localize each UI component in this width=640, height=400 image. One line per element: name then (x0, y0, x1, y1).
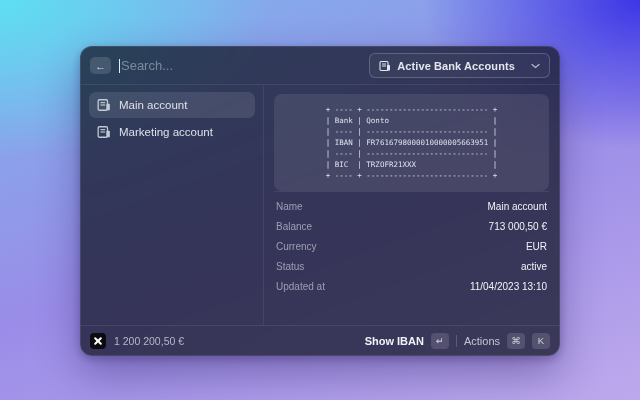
dropdown-selected-value: Active Bank Accounts (397, 60, 515, 72)
main-content: Main account Marketing account (81, 85, 559, 325)
metadata-row: Balance 713 000,50 € (274, 216, 549, 236)
metadata-row: Currency EUR (274, 236, 549, 256)
metadata-value: 713 000,50 € (489, 221, 547, 232)
account-item-label: Main account (119, 99, 187, 111)
metadata-label: Balance (276, 221, 312, 232)
bank-icon (379, 60, 391, 72)
account-item-label: Marketing account (119, 126, 213, 138)
metadata-row: Name Main account (274, 196, 549, 216)
bank-icon (97, 125, 111, 139)
footer-actions: Show IBAN ↵ Actions ⌘ K (365, 333, 550, 349)
command-palette-window: ← Active Bank Accounts (80, 46, 560, 356)
enter-key-icon: ↵ (431, 333, 449, 349)
metadata-label: Updated at (276, 281, 325, 292)
actions-label: Actions (464, 335, 500, 347)
text-caret (119, 59, 120, 73)
account-list-item[interactable]: Marketing account (89, 119, 255, 145)
account-metadata: Name Main account Balance 713 000,50 € C… (274, 191, 549, 296)
back-arrow-icon: ← (95, 58, 106, 74)
back-button[interactable]: ← (90, 57, 111, 74)
metadata-value: Main account (488, 201, 547, 212)
iban-table-card: + ---- + --------------------------- + |… (274, 94, 549, 191)
metadata-row: Updated at 11/04/2023 13:10 (274, 276, 549, 296)
footer-divider (456, 335, 457, 347)
accounts-list: Main account Marketing account (81, 85, 264, 325)
search-field-wrap (119, 58, 369, 73)
metadata-value: EUR (526, 241, 547, 252)
k-key-icon: K (532, 333, 550, 349)
total-balance: 1 200 200,50 € (114, 335, 184, 347)
iban-ascii-table: + ---- + --------------------------- + |… (326, 104, 498, 181)
show-iban-button[interactable]: Show IBAN ↵ (365, 333, 449, 349)
metadata-label: Currency (276, 241, 317, 252)
chevron-down-icon (531, 63, 540, 69)
action-bar: 1 200 200,50 € Show IBAN ↵ Actions ⌘ K (81, 325, 559, 355)
actions-button[interactable]: Actions ⌘ K (464, 333, 550, 349)
command-key-icon: ⌘ (507, 333, 525, 349)
metadata-label: Name (276, 201, 303, 212)
accounts-filter-dropdown[interactable]: Active Bank Accounts (369, 53, 550, 78)
account-detail-panel: + ---- + --------------------------- + |… (264, 85, 559, 325)
metadata-value: 11/04/2023 13:10 (470, 281, 547, 292)
search-input[interactable] (121, 58, 369, 73)
show-iban-label: Show IBAN (365, 335, 424, 347)
extension-logo-icon (90, 333, 106, 349)
metadata-row: Status active (274, 256, 549, 276)
bank-icon (97, 98, 111, 112)
search-header: ← Active Bank Accounts (81, 47, 559, 85)
metadata-label: Status (276, 261, 304, 272)
account-list-item[interactable]: Main account (89, 92, 255, 118)
metadata-value: active (521, 261, 547, 272)
